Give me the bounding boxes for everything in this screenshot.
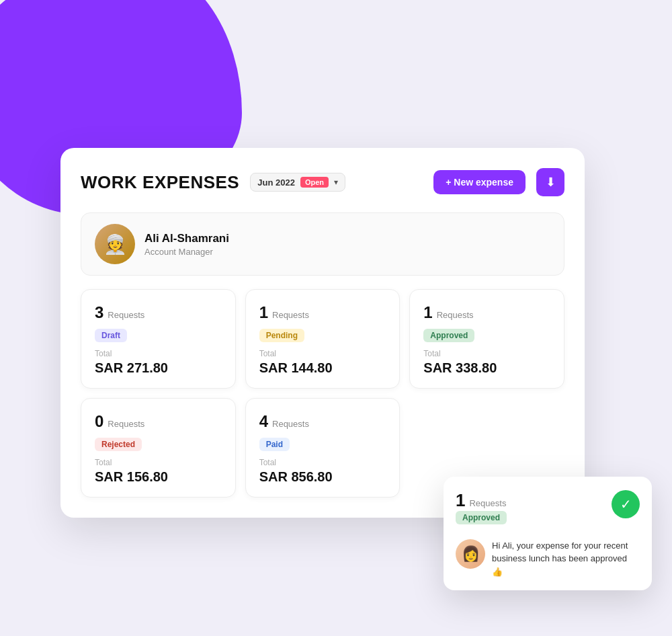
stat-count-row: 0 Requests <box>95 412 222 431</box>
download-button[interactable]: ⬇ <box>536 168 564 196</box>
notification-count-row: 1 Requests <box>456 490 507 511</box>
page-title: WORK EXPENSES <box>81 172 239 193</box>
check-circle-icon: ✓ <box>612 490 640 518</box>
stat-count: 4 <box>259 412 268 431</box>
header-row: WORK EXPENSES Jun 2022 Open ▾ + New expe… <box>81 168 564 196</box>
stat-card-rejected: 0 Requests Rejected Total SAR 156.80 <box>81 398 236 498</box>
open-status-badge: Open <box>300 177 329 188</box>
date-period-label: Jun 2022 <box>257 177 295 188</box>
new-expense-button[interactable]: + New expense <box>433 170 526 194</box>
stat-card-approved: 1 Requests Approved Total SAR 338.80 <box>409 289 564 389</box>
stat-total-label: Total <box>423 349 550 358</box>
main-card: WORK EXPENSES Jun 2022 Open ▾ + New expe… <box>60 148 585 518</box>
date-period-selector[interactable]: Jun 2022 Open ▾ <box>250 173 345 192</box>
stat-count-row: 1 Requests <box>259 303 386 322</box>
stats-grid: 3 Requests Draft Total SAR 271.80 1 Requ… <box>81 289 564 498</box>
stat-count: 3 <box>95 303 103 322</box>
stat-card-paid: 4 Requests Paid Total SAR 856.80 <box>245 398 401 498</box>
stat-badge: Draft <box>95 329 127 342</box>
notification-card: 1 Requests Approved ✓ 👩 Hi Ali, your exp… <box>444 477 652 591</box>
stat-count: 0 <box>95 412 103 431</box>
stat-badge: Pending <box>259 329 304 342</box>
chevron-down-icon: ▾ <box>334 177 338 187</box>
stat-label: Requests <box>108 310 144 320</box>
stat-badge: Approved <box>423 329 474 342</box>
notification-message: Hi Ali, your expense for your recent bus… <box>492 539 640 579</box>
notification-avatar-emoji: 👩 <box>462 545 480 563</box>
stat-count-row: 3 Requests <box>95 303 222 322</box>
stat-total-value: SAR 144.80 <box>259 360 386 376</box>
stat-total-label: Total <box>95 349 222 358</box>
stat-count: 1 <box>259 303 268 322</box>
notification-avatar: 👩 <box>456 539 485 569</box>
stat-label: Requests <box>108 419 144 429</box>
stat-count: 1 <box>423 303 432 322</box>
notification-header: 1 Requests Approved ✓ <box>456 490 640 531</box>
stat-total-label: Total <box>95 458 222 467</box>
user-info: Ali Al-Shamrani Account Manager <box>144 232 229 257</box>
notification-body: 👩 Hi Ali, your expense for your recent b… <box>456 539 640 579</box>
notification-count: 1 <box>456 490 465 511</box>
stat-total-label: Total <box>259 349 386 358</box>
check-icon: ✓ <box>620 496 632 512</box>
stat-total-value: SAR 856.80 <box>259 469 386 485</box>
user-role: Account Manager <box>144 247 229 257</box>
stat-total-label: Total <box>259 458 386 467</box>
user-name: Ali Al-Shamrani <box>144 232 229 245</box>
stat-count-row: 1 Requests <box>423 303 550 322</box>
stat-badge: Rejected <box>95 438 142 451</box>
stat-badge: Paid <box>259 438 290 451</box>
stat-total-value: SAR 156.80 <box>95 469 222 485</box>
avatar: 👳 <box>95 224 135 264</box>
stat-card-pending: 1 Requests Pending Total SAR 144.80 <box>245 289 401 389</box>
stat-total-value: SAR 271.80 <box>95 360 222 376</box>
notification-badge: Approved <box>456 511 507 524</box>
notification-label: Requests <box>469 498 506 508</box>
stat-total-value: SAR 338.80 <box>423 360 550 376</box>
stat-count-row: 4 Requests <box>259 412 386 431</box>
notification-content: 1 Requests Approved <box>456 490 507 531</box>
stat-card-draft: 3 Requests Draft Total SAR 271.80 <box>81 289 236 389</box>
stat-label: Requests <box>437 310 474 320</box>
stat-label: Requests <box>272 310 309 320</box>
stat-label: Requests <box>272 419 309 429</box>
avatar-emoji: 👳 <box>103 233 127 255</box>
download-icon: ⬇ <box>546 175 556 190</box>
user-profile-card: 👳 Ali Al-Shamrani Account Manager <box>81 212 564 276</box>
